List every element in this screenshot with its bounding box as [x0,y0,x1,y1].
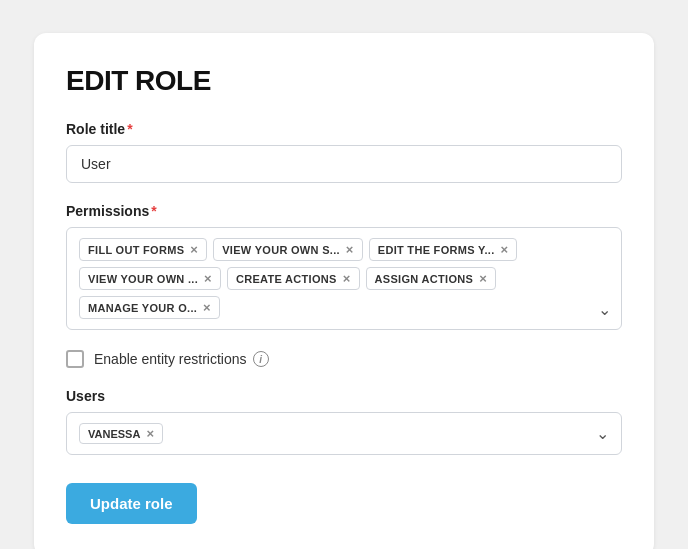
info-icon[interactable]: i [253,351,269,367]
remove-tag-view-your-own-s[interactable]: × [346,243,354,256]
enable-entity-row: Enable entity restrictions i [66,350,622,368]
users-select-box[interactable]: VANESSA×⌄ [66,412,622,455]
permission-tag-view-your-own-2: VIEW YOUR OWN ...× [79,267,221,290]
user-tag-vanessa: VANESSA× [79,423,163,444]
remove-tag-fill-out-forms[interactable]: × [190,243,198,256]
role-title-label: Role title* [66,121,622,137]
permissions-group: Permissions* FILL OUT FORMS×VIEW YOUR OW… [66,203,622,330]
update-role-button[interactable]: Update role [66,483,197,524]
permission-tag-view-your-own-s: VIEW YOUR OWN S...× [213,238,363,261]
permissions-dropdown-arrow[interactable]: ⌄ [598,300,611,319]
users-dropdown-arrow[interactable]: ⌄ [596,424,609,443]
permissions-box[interactable]: FILL OUT FORMS×VIEW YOUR OWN S...×EDIT T… [66,227,622,330]
permissions-label: Permissions* [66,203,622,219]
permission-tag-assign-actions: ASSIGN ACTIONS× [366,267,496,290]
required-star: * [127,121,132,137]
role-title-input[interactable] [66,145,622,183]
permission-tag-create-actions: CREATE ACTIONS× [227,267,360,290]
users-group: Users VANESSA×⌄ [66,388,622,455]
permission-tag-fill-out-forms: FILL OUT FORMS× [79,238,207,261]
permission-tag-edit-the-forms-y: EDIT THE FORMS Y...× [369,238,518,261]
users-label: Users [66,388,622,404]
remove-user-vanessa[interactable]: × [146,427,154,440]
permission-tag-manage-your-o: MANAGE YOUR O...× [79,296,220,319]
enable-entity-label: Enable entity restrictions i [94,351,269,367]
page-title: EDIT ROLE [66,65,622,97]
required-star-permissions: * [151,203,156,219]
remove-tag-create-actions[interactable]: × [343,272,351,285]
role-title-group: Role title* [66,121,622,183]
remove-tag-edit-the-forms-y[interactable]: × [500,243,508,256]
page-container: EDIT ROLE Role title* Permissions* FILL … [20,20,668,549]
remove-tag-assign-actions[interactable]: × [479,272,487,285]
edit-role-card: EDIT ROLE Role title* Permissions* FILL … [34,33,654,549]
remove-tag-manage-your-o[interactable]: × [203,301,211,314]
enable-entity-checkbox[interactable] [66,350,84,368]
remove-tag-view-your-own-2[interactable]: × [204,272,212,285]
